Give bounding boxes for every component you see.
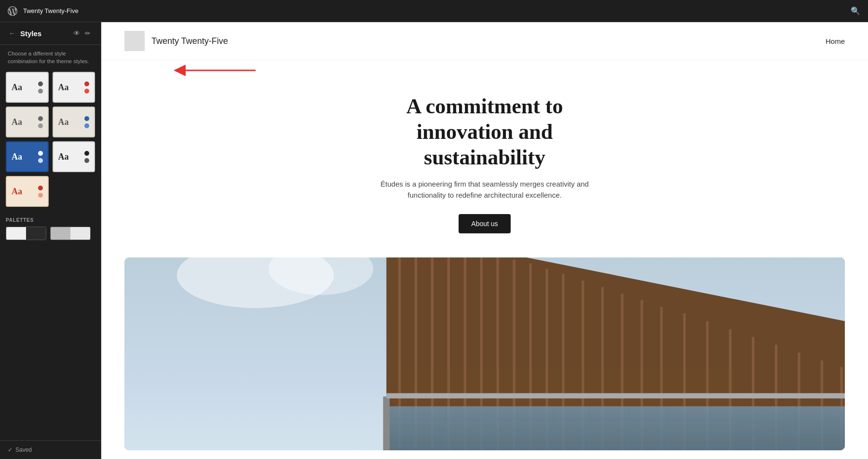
styles-title: Styles [20, 29, 71, 38]
styles-grid: Aa Aa Aa Aa [0, 72, 101, 214]
style-card-aa: Aa [12, 152, 22, 162]
site-header: Twenty Twenty-Five Home [101, 22, 868, 60]
site-logo-area: Twenty Twenty-Five [124, 31, 228, 51]
dot-bottom [38, 193, 43, 198]
palette-half-light [6, 227, 26, 240]
style-card-dots [38, 151, 43, 163]
dot-top [84, 151, 89, 156]
building-image [124, 257, 845, 450]
sidebar: ← Styles 👁 ✏ Choose a different style co… [0, 22, 101, 459]
style-card-aa: Aa [12, 82, 22, 93]
about-us-button[interactable]: About us [459, 214, 510, 233]
style-card-dots [84, 151, 89, 163]
search-button[interactable]: 🔍 [849, 4, 862, 17]
site-name: Twenty Twenty-Five [151, 36, 228, 46]
site-nav: Home [826, 37, 845, 45]
palette-half-gray [51, 227, 70, 240]
saved-bar: ✓ Saved [0, 440, 101, 459]
dot-top [38, 81, 43, 86]
palette-gray-light[interactable] [50, 227, 91, 240]
style-card-dots [38, 81, 43, 94]
svg-rect-48 [383, 397, 390, 451]
palette-half-dark [26, 227, 46, 240]
top-bar: Twenty Twenty-Five 🔍 [0, 0, 868, 22]
palettes-section: PALETTES [0, 214, 101, 245]
style-card-dots [38, 116, 43, 128]
dot-bottom [84, 123, 89, 128]
palettes-row [6, 227, 95, 240]
preview-area: Twenty Twenty-Five Home A commitment to … [101, 22, 868, 459]
dot-bottom [84, 158, 89, 163]
top-bar-title: Twenty Twenty-Five [23, 7, 79, 14]
hero-section: A commitment to innovation and sustainab… [101, 60, 868, 257]
edit-button[interactable]: ✏ [82, 28, 93, 39]
back-button[interactable]: ← [8, 28, 16, 38]
style-card-white-black[interactable]: Aa [53, 141, 95, 172]
style-card-beige-blue[interactable]: Aa [53, 107, 95, 137]
svg-rect-31 [386, 406, 845, 450]
wp-logo [6, 4, 19, 18]
style-card-dots [38, 186, 43, 198]
style-card-aa: Aa [58, 82, 69, 93]
dot-top [38, 151, 43, 156]
palette-dark-light[interactable] [6, 227, 46, 240]
style-card-aa: Aa [58, 117, 69, 127]
palette-half-light2 [70, 227, 90, 240]
main-layout: ← Styles 👁 ✏ Choose a different style co… [0, 22, 868, 459]
dot-top [38, 186, 43, 190]
preview-button[interactable]: 👁 [71, 28, 82, 39]
style-card-white-red[interactable]: Aa [53, 72, 95, 103]
site-logo [124, 31, 145, 51]
sidebar-header: ← Styles 👁 ✏ [0, 22, 101, 45]
hero-description: Études is a pioneering firm that seamles… [379, 179, 591, 201]
style-card-white-gray[interactable]: Aa [6, 72, 49, 103]
dot-bottom [38, 123, 43, 128]
style-card-aa: Aa [12, 117, 22, 127]
style-card-aa: Aa [58, 152, 69, 162]
saved-label: Saved [15, 446, 32, 453]
style-card-beige-gray[interactable]: Aa [6, 107, 49, 137]
nav-home[interactable]: Home [826, 37, 845, 45]
dot-bottom [38, 89, 43, 94]
style-card-peach-red[interactable]: Aa [6, 176, 49, 207]
dot-top [84, 116, 89, 121]
style-card-blue-white[interactable]: Aa [6, 141, 49, 172]
hero-title: A commitment to innovation and sustainab… [359, 94, 610, 170]
dot-bottom [84, 89, 89, 94]
styles-description: Choose a different style combination for… [0, 45, 101, 72]
style-card-dots [84, 81, 89, 94]
dot-bottom [38, 158, 43, 163]
style-card-dots [84, 116, 89, 128]
svg-rect-49 [386, 393, 845, 399]
style-card-aa: Aa [12, 187, 22, 197]
dot-top [38, 116, 43, 121]
palettes-label: PALETTES [6, 217, 95, 223]
dot-top [84, 81, 89, 86]
check-icon: ✓ [8, 446, 13, 453]
